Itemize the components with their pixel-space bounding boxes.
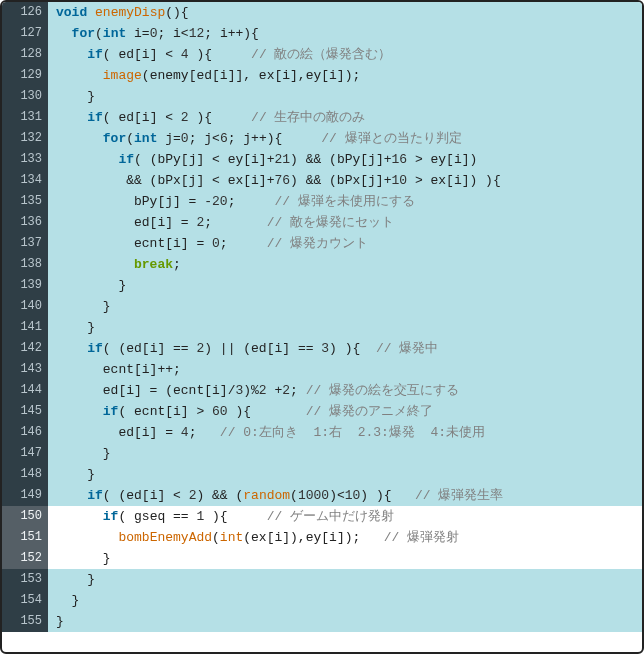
token-plain: ){	[189, 47, 251, 62]
code-line: 152 }	[2, 548, 642, 569]
token-plain: )%	[243, 383, 259, 398]
token-num: 12	[189, 26, 205, 41]
token-plain: ed[i] =	[56, 425, 181, 440]
token-plain	[56, 404, 103, 419]
line-number: 134	[2, 170, 48, 191]
line-content: if( gseq == 1 ){ // ゲーム中だけ発射	[48, 506, 642, 527]
line-number: 148	[2, 464, 48, 485]
token-plain	[56, 530, 118, 545]
code-line: 155}	[2, 611, 642, 632]
token-plain: > ey[i])	[407, 152, 477, 167]
token-plain: (	[212, 530, 220, 545]
code-line: 130 }	[2, 86, 642, 107]
line-content: break;	[48, 254, 642, 275]
line-content: if( ecnt[i] > 60 ){ // 爆発のアニメ終了	[48, 401, 642, 422]
line-number: 133	[2, 149, 48, 170]
code-line: 148 }	[2, 464, 642, 485]
line-content: if( ed[i] < 2 ){ // 生存中の敵のみ	[48, 107, 642, 128]
token-plain: (){	[165, 5, 188, 20]
code-line: 132 for(int j=0; j<6; j++){ // 爆弾との当たり判定	[2, 128, 642, 149]
code-line: 146 ed[i] = 4; // 0:左向き 1:右 2.3:爆発 4:未使用	[2, 422, 642, 443]
line-content: if( (bPy[j] < ey[i]+21) && (bPy[j]+16 > …	[48, 149, 642, 170]
token-fn: random	[243, 488, 290, 503]
code-line: 139 }	[2, 275, 642, 296]
token-plain: ) && (bPx[j]+	[290, 173, 391, 188]
token-num: 6	[220, 131, 228, 146]
token-num: 60	[212, 404, 228, 419]
token-plain: ( (bPy[j] < ey[i]+	[134, 152, 274, 167]
token-num: 10	[345, 488, 361, 503]
code-line: 143 ecnt[i]++;	[2, 359, 642, 380]
token-kw: if	[103, 404, 119, 419]
code-line: 128 if( ed[i] < 4 ){ // 敵の絵（爆発含む）	[2, 44, 642, 65]
token-fn: int	[220, 530, 243, 545]
token-plain: && (bPx[j] < ex[i]+	[56, 173, 274, 188]
line-number: 152	[2, 548, 48, 569]
line-content: }	[48, 611, 642, 632]
token-cmt: // 爆弾発射	[384, 530, 459, 545]
token-plain: ) ){	[360, 488, 415, 503]
line-content: void enemyDisp(){	[48, 2, 642, 23]
token-kw: if	[87, 47, 103, 62]
token-num: 10	[391, 173, 407, 188]
token-plain: ) ){	[329, 341, 376, 356]
token-num: 2	[259, 383, 267, 398]
token-num: 76	[274, 173, 290, 188]
token-num: 2	[282, 383, 290, 398]
line-number: 138	[2, 254, 48, 275]
line-number: 136	[2, 212, 48, 233]
line-content: }	[48, 296, 642, 317]
token-fn: image	[103, 68, 142, 83]
token-plain: ; j<	[189, 131, 220, 146]
token-plain: ;	[228, 194, 275, 209]
token-plain: }	[56, 89, 95, 104]
token-plain: }	[56, 299, 111, 314]
code-line: 133 if( (bPy[j] < ey[i]+21) && (bPy[j]+1…	[2, 149, 642, 170]
line-number: 128	[2, 44, 48, 65]
code-line: 134 && (bPx[j] < ex[i]+76) && (bPx[j]+10…	[2, 170, 642, 191]
line-content: }	[48, 464, 642, 485]
code-line: 145 if( ecnt[i] > 60 ){ // 爆発のアニメ終了	[2, 401, 642, 422]
token-plain: (	[290, 488, 298, 503]
line-content: && (bPx[j] < ex[i]+76) && (bPx[j]+10 > e…	[48, 170, 642, 191]
token-type: int	[103, 26, 126, 41]
token-plain: ecnt[i] =	[56, 236, 212, 251]
token-plain: (enemy[ed[i]], ex[i],ey[i]);	[142, 68, 360, 83]
line-content: for(int i=0; i<12; i++){	[48, 23, 642, 44]
line-content: if( ed[i] < 4 ){ // 敵の絵（爆発含む）	[48, 44, 642, 65]
token-plain	[56, 341, 87, 356]
token-num: 21	[274, 152, 290, 167]
token-plain: }	[56, 614, 64, 629]
line-content: ed[i] = 4; // 0:左向き 1:右 2.3:爆発 4:未使用	[48, 422, 642, 443]
token-cmt: // 0:左向き 1:右 2.3:爆発 4:未使用	[220, 425, 485, 440]
token-plain: ecnt[i]++;	[56, 362, 181, 377]
code-line: 149 if( (ed[i] < 2) && (random(1000)<10)…	[2, 485, 642, 506]
line-content: ecnt[i]++;	[48, 359, 642, 380]
token-plain	[56, 152, 118, 167]
code-editor: 126void enemyDisp(){127 for(int i=0; i<1…	[0, 0, 644, 654]
token-num: 4	[181, 47, 189, 62]
token-plain: ; j++){	[228, 131, 322, 146]
code-line: 129 image(enemy[ed[i]], ex[i],ey[i]);	[2, 65, 642, 86]
token-plain: (	[126, 131, 134, 146]
token-num: 20	[212, 194, 228, 209]
line-content: }	[48, 317, 642, 338]
line-number: 141	[2, 317, 48, 338]
line-content: if( (ed[i] < 2) && (random(1000)<10) ){ …	[48, 485, 642, 506]
token-num: 4	[181, 425, 189, 440]
token-cmt: // 爆弾発生率	[415, 488, 503, 503]
token-plain: ; i++){	[204, 26, 259, 41]
token-plain	[56, 47, 87, 62]
token-plain: ) && (	[196, 488, 243, 503]
code-line: 127 for(int i=0; i<12; i++){	[2, 23, 642, 44]
token-cmt: // 敵の絵（爆発含む）	[251, 47, 391, 62]
line-content: ed[i] = 2; // 敵を爆発にセット	[48, 212, 642, 233]
line-number: 129	[2, 65, 48, 86]
token-plain: ( (ed[i] ==	[103, 341, 197, 356]
line-number: 140	[2, 296, 48, 317]
line-number: 151	[2, 527, 48, 548]
code-line: 144 ed[i] = (ecnt[i]/3)%2 +2; // 爆発の絵を交互…	[2, 380, 642, 401]
line-number: 130	[2, 86, 48, 107]
code-line: 150 if( gseq == 1 ){ // ゲーム中だけ発射	[2, 506, 642, 527]
line-number: 149	[2, 485, 48, 506]
